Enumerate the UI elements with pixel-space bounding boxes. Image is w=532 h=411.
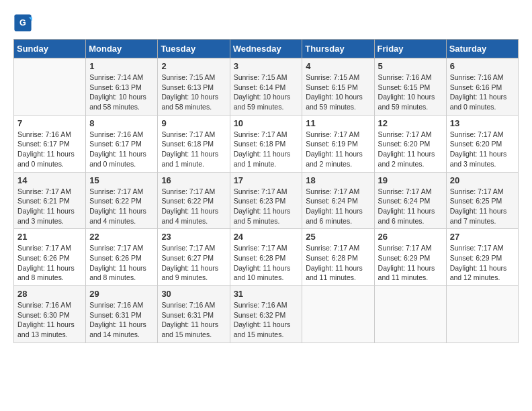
day-detail: Sunrise: 7:14 AMSunset: 6:13 PMDaylight:… [89,73,154,112]
day-number: 14 [17,175,82,185]
day-number: 30 [161,289,226,299]
calendar-body: 1Sunrise: 7:14 AMSunset: 6:13 PMDaylight… [14,58,519,343]
day-detail: Sunrise: 7:17 AMSunset: 6:26 PMDaylight:… [89,243,154,283]
day-detail: Sunrise: 7:17 AMSunset: 6:28 PMDaylight:… [306,243,370,283]
day-number: 2 [161,61,226,71]
logo-icon: G [13,13,32,32]
day-cell: 13Sunrise: 7:17 AMSunset: 6:20 PMDayligh… [446,115,518,172]
day-detail: Sunrise: 7:16 AMSunset: 6:17 PMDaylight:… [17,130,82,169]
day-cell: 25Sunrise: 7:17 AMSunset: 6:28 PMDayligh… [302,229,374,286]
day-cell: 4Sunrise: 7:15 AMSunset: 6:15 PMDaylight… [302,58,374,116]
day-detail: Sunrise: 7:16 AMSunset: 6:16 PMDaylight:… [450,73,515,112]
day-detail: Sunrise: 7:16 AMSunset: 6:30 PMDaylight:… [17,300,82,340]
day-cell [374,286,446,343]
day-number: 4 [306,61,370,71]
day-detail: Sunrise: 7:17 AMSunset: 6:20 PMDaylight:… [378,130,443,169]
day-cell: 12Sunrise: 7:17 AMSunset: 6:20 PMDayligh… [374,115,446,172]
day-cell: 20Sunrise: 7:17 AMSunset: 6:25 PMDayligh… [446,172,518,229]
day-cell: 2Sunrise: 7:15 AMSunset: 6:13 PMDaylight… [158,58,230,116]
day-cell: 24Sunrise: 7:17 AMSunset: 6:28 PMDayligh… [230,229,302,286]
day-number: 15 [89,175,154,185]
day-number: 5 [378,61,443,71]
column-header-friday: Friday [374,40,446,58]
day-cell: 10Sunrise: 7:17 AMSunset: 6:18 PMDayligh… [230,115,302,172]
day-number: 27 [450,232,515,242]
column-header-tuesday: Tuesday [158,40,230,58]
day-cell: 31Sunrise: 7:16 AMSunset: 6:32 PMDayligh… [230,286,302,343]
day-number: 8 [89,118,154,128]
day-detail: Sunrise: 7:17 AMSunset: 6:22 PMDaylight:… [89,187,154,226]
day-cell: 14Sunrise: 7:17 AMSunset: 6:21 PMDayligh… [14,172,86,229]
week-row-4: 21Sunrise: 7:17 AMSunset: 6:26 PMDayligh… [14,229,519,286]
day-detail: Sunrise: 7:17 AMSunset: 6:21 PMDaylight:… [17,187,82,226]
day-number: 6 [450,61,515,71]
day-detail: Sunrise: 7:15 AMSunset: 6:13 PMDaylight:… [161,73,226,112]
day-number: 18 [306,175,370,185]
day-detail: Sunrise: 7:16 AMSunset: 6:31 PMDaylight:… [161,300,226,340]
day-cell: 6Sunrise: 7:16 AMSunset: 6:16 PMDaylight… [446,58,518,116]
day-detail: Sunrise: 7:15 AMSunset: 6:15 PMDaylight:… [306,73,370,112]
header-row: SundayMondayTuesdayWednesdayThursdayFrid… [14,40,519,58]
day-cell: 1Sunrise: 7:14 AMSunset: 6:13 PMDaylight… [86,58,158,116]
day-cell: 3Sunrise: 7:15 AMSunset: 6:14 PMDaylight… [230,58,302,116]
day-cell: 9Sunrise: 7:17 AMSunset: 6:18 PMDaylight… [158,115,230,172]
column-header-wednesday: Wednesday [230,40,302,58]
day-detail: Sunrise: 7:16 AMSunset: 6:32 PMDaylight:… [234,300,299,340]
day-detail: Sunrise: 7:17 AMSunset: 6:24 PMDaylight:… [306,187,370,226]
day-detail: Sunrise: 7:15 AMSunset: 6:14 PMDaylight:… [234,73,299,112]
day-detail: Sunrise: 7:17 AMSunset: 6:29 PMDaylight:… [450,243,515,283]
day-detail: Sunrise: 7:17 AMSunset: 6:20 PMDaylight:… [450,130,515,169]
day-cell: 27Sunrise: 7:17 AMSunset: 6:29 PMDayligh… [446,229,518,286]
day-cell: 29Sunrise: 7:16 AMSunset: 6:31 PMDayligh… [86,286,158,343]
day-number: 12 [378,118,443,128]
day-detail: Sunrise: 7:17 AMSunset: 6:28 PMDaylight:… [234,243,299,283]
day-cell: 21Sunrise: 7:17 AMSunset: 6:26 PMDayligh… [14,229,86,286]
day-detail: Sunrise: 7:16 AMSunset: 6:31 PMDaylight:… [89,300,154,340]
day-cell [446,286,518,343]
day-cell: 8Sunrise: 7:16 AMSunset: 6:17 PMDaylight… [86,115,158,172]
day-cell: 22Sunrise: 7:17 AMSunset: 6:26 PMDayligh… [86,229,158,286]
calendar-header: SundayMondayTuesdayWednesdayThursdayFrid… [14,40,519,58]
day-number: 26 [378,232,443,242]
day-number: 22 [89,232,154,242]
day-detail: Sunrise: 7:17 AMSunset: 6:18 PMDaylight:… [161,130,226,169]
day-cell: 18Sunrise: 7:17 AMSunset: 6:24 PMDayligh… [302,172,374,229]
day-number: 1 [89,61,154,71]
day-number: 13 [450,118,515,128]
day-number: 17 [234,175,299,185]
week-row-5: 28Sunrise: 7:16 AMSunset: 6:30 PMDayligh… [14,286,519,343]
day-number: 9 [161,118,226,128]
day-cell: 16Sunrise: 7:17 AMSunset: 6:22 PMDayligh… [158,172,230,229]
week-row-1: 1Sunrise: 7:14 AMSunset: 6:13 PMDaylight… [14,58,519,116]
day-number: 29 [89,289,154,299]
column-header-thursday: Thursday [302,40,374,58]
day-number: 11 [306,118,370,128]
day-detail: Sunrise: 7:17 AMSunset: 6:18 PMDaylight:… [234,130,299,169]
day-detail: Sunrise: 7:16 AMSunset: 6:17 PMDaylight:… [89,130,154,169]
day-detail: Sunrise: 7:17 AMSunset: 6:24 PMDaylight:… [378,187,443,226]
day-cell: 15Sunrise: 7:17 AMSunset: 6:22 PMDayligh… [86,172,158,229]
column-header-sunday: Sunday [14,40,86,58]
day-number: 23 [161,232,226,242]
day-cell: 5Sunrise: 7:16 AMSunset: 6:15 PMDaylight… [374,58,446,116]
day-detail: Sunrise: 7:17 AMSunset: 6:22 PMDaylight:… [161,187,226,226]
day-cell: 26Sunrise: 7:17 AMSunset: 6:29 PMDayligh… [374,229,446,286]
day-detail: Sunrise: 7:17 AMSunset: 6:23 PMDaylight:… [234,187,299,226]
day-number: 10 [234,118,299,128]
column-header-saturday: Saturday [446,40,518,58]
day-detail: Sunrise: 7:17 AMSunset: 6:25 PMDaylight:… [450,187,515,226]
day-cell [14,58,86,116]
day-cell: 17Sunrise: 7:17 AMSunset: 6:23 PMDayligh… [230,172,302,229]
day-number: 20 [450,175,515,185]
day-cell: 11Sunrise: 7:17 AMSunset: 6:19 PMDayligh… [302,115,374,172]
day-detail: Sunrise: 7:17 AMSunset: 6:19 PMDaylight:… [306,130,370,169]
day-number: 24 [234,232,299,242]
day-number: 31 [234,289,299,299]
day-cell: 23Sunrise: 7:17 AMSunset: 6:27 PMDayligh… [158,229,230,286]
day-number: 25 [306,232,370,242]
day-number: 16 [161,175,226,185]
week-row-2: 7Sunrise: 7:16 AMSunset: 6:17 PMDaylight… [14,115,519,172]
calendar-table: SundayMondayTuesdayWednesdayThursdayFrid… [13,39,519,343]
svg-text:G: G [19,18,26,28]
column-header-monday: Monday [86,40,158,58]
